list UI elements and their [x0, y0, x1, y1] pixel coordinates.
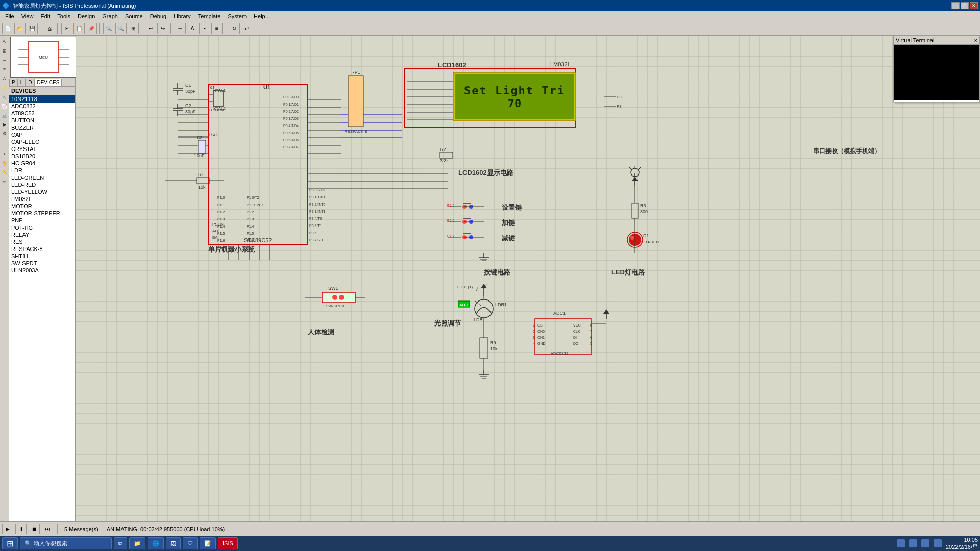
device-item-hcsr04[interactable]: HC-SR04	[9, 160, 75, 167]
pause-button[interactable]: ⏸	[15, 524, 27, 534]
label-tool[interactable]: A	[1, 74, 9, 83]
device-item-ledyellow[interactable]: LED-YELLOW	[9, 188, 75, 195]
device-item-ledred[interactable]: LED-RED	[9, 181, 75, 188]
device-item-motorstepper[interactable]: MOTOR-STEPPER	[9, 210, 75, 217]
tab-devices[interactable]: DEVICES	[34, 79, 62, 86]
measure-tool[interactable]: 📏	[1, 168, 9, 177]
file-explorer-button[interactable]: 📁	[129, 537, 145, 549]
device-item-motor[interactable]: MOTOR	[9, 203, 75, 210]
browser-button[interactable]: 🌐	[148, 537, 164, 549]
device-item-swspdt[interactable]: SW-SPDT	[9, 260, 75, 267]
device-item-ldr[interactable]: LDR	[9, 167, 75, 174]
tb-zoom-out[interactable]: 🔍	[115, 23, 127, 34]
taskview-button[interactable]: ⧉	[114, 537, 127, 549]
tray-icon-4[interactable]	[934, 539, 942, 547]
pan-tool[interactable]: ✋	[1, 159, 9, 167]
device-item-at89c52[interactable]: AT89C52	[9, 110, 75, 117]
tb-undo[interactable]: ↩	[145, 23, 156, 34]
device-item-ds18b20[interactable]: DS18B20	[9, 153, 75, 160]
tb-wire[interactable]: ─	[175, 23, 186, 34]
tab-l[interactable]: L	[18, 79, 26, 86]
tb-mirror[interactable]: ⇄	[241, 23, 252, 34]
menu-template[interactable]: Template	[195, 13, 224, 20]
menu-library[interactable]: Library	[170, 13, 194, 20]
device-item-res[interactable]: RES	[9, 238, 75, 245]
close-button[interactable]: ✕	[970, 2, 978, 9]
menu-file[interactable]: File	[2, 13, 17, 20]
generator-tool[interactable]: ⚙	[1, 130, 9, 138]
minimize-button[interactable]: ─	[951, 2, 960, 9]
power-tool[interactable]: ⚡	[1, 84, 9, 92]
menu-system[interactable]: System	[225, 13, 250, 20]
tb-print[interactable]: 🖨	[44, 23, 55, 34]
tb-rotate[interactable]: ↻	[229, 23, 240, 34]
virtual-terminal[interactable]: Virtual Terminal ×	[893, 36, 980, 102]
tb-paste[interactable]: 📌	[86, 23, 97, 34]
play-button[interactable]: ▶	[2, 524, 13, 534]
tb-copy[interactable]: 📋	[74, 23, 85, 34]
zoom-tool[interactable]: +	[1, 150, 9, 158]
schematic[interactable]: RP1 RESPACK-8 C1 30pF C2 30pF	[76, 36, 980, 521]
canvas-area[interactable]: RP1 RESPACK-8 C1 30pF C2 30pF	[76, 36, 980, 521]
device-item-10n21118[interactable]: 10N21118	[9, 95, 75, 103]
isis-button[interactable]: ISIS	[218, 537, 238, 549]
pointer-tool[interactable]: ↖	[1, 38, 9, 46]
device-item-adc0832[interactable]: ADC0832	[9, 103, 75, 110]
tb-label[interactable]: A	[187, 23, 198, 34]
tray-icon-3[interactable]	[921, 539, 929, 547]
probe-tool[interactable]: 🔬	[1, 111, 9, 119]
menu-edit[interactable]: Edit	[37, 13, 53, 20]
tb-redo[interactable]: ↪	[157, 23, 168, 34]
tray-icon-1[interactable]	[897, 539, 905, 547]
tb-bus[interactable]: ≡	[211, 23, 223, 34]
notepad-button[interactable]: 📝	[200, 537, 216, 549]
bus-tool[interactable]: ≡	[1, 65, 9, 73]
search-button[interactable]: 🔍 输入你想搜索	[20, 537, 112, 549]
menu-graph[interactable]: Graph	[99, 13, 121, 20]
device-item-pothg[interactable]: POT-HG	[9, 224, 75, 231]
gallery-button[interactable]: 🖼	[166, 537, 181, 549]
terminal-tool[interactable]: ◁	[1, 93, 9, 101]
menu-tools[interactable]: Tools	[54, 13, 74, 20]
device-item-buzzer[interactable]: BUZZER	[9, 124, 75, 131]
menu-design[interactable]: Design	[75, 13, 98, 20]
device-item-respack8[interactable]: RESPACK-8	[9, 245, 75, 253]
tab-d[interactable]: D	[26, 79, 34, 86]
tb-open[interactable]: 📂	[14, 23, 26, 34]
device-item-uln2003a[interactable]: ULN2003A	[9, 267, 75, 274]
vt-content[interactable]	[894, 45, 979, 100]
device-item-cap[interactable]: CAP	[9, 131, 75, 138]
menu-help[interactable]: Help...	[251, 13, 273, 20]
device-item-ledgreen[interactable]: LED-GREEN	[9, 174, 75, 181]
vt-close-button[interactable]: ×	[974, 37, 977, 43]
stop-button[interactable]: ⏹	[29, 524, 40, 534]
device-item-lm032l[interactable]: LM032L	[9, 195, 75, 203]
menu-debug[interactable]: Debug	[147, 13, 169, 20]
tape-tool[interactable]: ▶	[1, 120, 9, 129]
device-item-crystal[interactable]: CRYSTAL	[9, 145, 75, 153]
device-item-pnp[interactable]: PNP	[9, 217, 75, 224]
tray-icon-2[interactable]	[909, 539, 917, 547]
maximize-button[interactable]: □	[961, 2, 969, 9]
start-button[interactable]: ⊞	[2, 537, 18, 549]
device-item-relay[interactable]: RELAY	[9, 231, 75, 238]
menu-source[interactable]: Source	[122, 13, 146, 20]
tb-fit[interactable]: ⊞	[128, 23, 139, 34]
graph-tool[interactable]: 📈	[1, 102, 9, 110]
tb-junction[interactable]: •	[199, 23, 210, 34]
tb-zoom-in[interactable]: 🔍	[103, 23, 114, 34]
security-button[interactable]: 🛡	[183, 537, 198, 549]
device-item-button[interactable]: BUTTON	[9, 117, 75, 124]
wire-tool[interactable]: ─	[1, 56, 9, 64]
menu-view[interactable]: View	[18, 13, 37, 20]
tb-new[interactable]: 📄	[2, 23, 13, 34]
device-item-sht11[interactable]: SHT11	[9, 253, 75, 260]
tb-save[interactable]: 💾	[27, 23, 38, 34]
tab-p[interactable]: P	[9, 79, 18, 86]
annotation-tool[interactable]: ✏	[1, 178, 9, 186]
step-button[interactable]: ⏭	[42, 524, 53, 534]
tb-cut[interactable]: ✂	[61, 23, 72, 34]
component-tool[interactable]: ⊞	[1, 47, 9, 55]
device-item-capelec[interactable]: CAP-ELEC	[9, 138, 75, 145]
device-list[interactable]: 10N21118ADC0832AT89C52BUTTONBUZZERCAPCAP…	[9, 95, 75, 521]
